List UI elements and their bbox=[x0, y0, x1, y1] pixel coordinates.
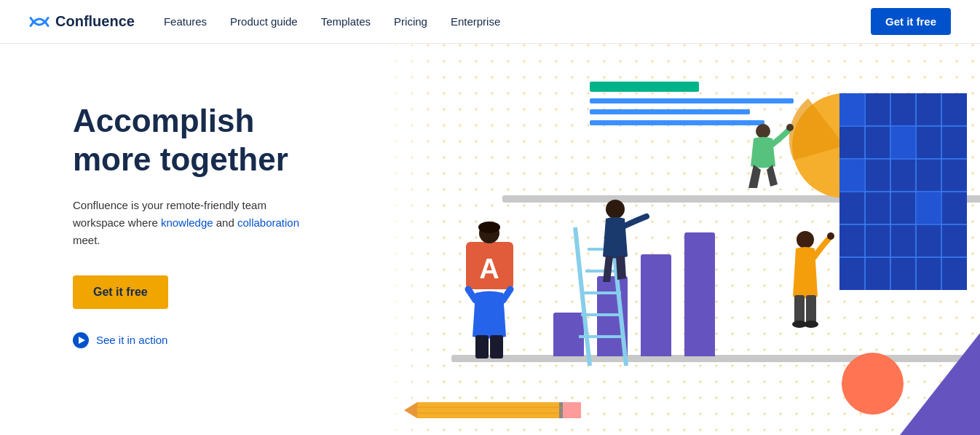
svg-rect-32 bbox=[916, 192, 941, 224]
see-action-label: See it in action bbox=[96, 334, 167, 346]
svg-point-3 bbox=[756, 124, 770, 138]
chart-line-1 bbox=[590, 98, 794, 103]
hero-illustration: A bbox=[379, 44, 980, 435]
svg-point-4 bbox=[786, 124, 794, 131]
svg-rect-30 bbox=[890, 126, 916, 159]
hero-link-knowledge[interactable]: knowledge bbox=[161, 216, 213, 229]
svg-rect-10 bbox=[490, 335, 503, 358]
svg-rect-9 bbox=[475, 335, 489, 358]
person-pie bbox=[735, 122, 794, 199]
svg-rect-35 bbox=[806, 295, 816, 324]
pencil bbox=[404, 396, 586, 424]
nav-links: Features Product guide Templates Pricing… bbox=[164, 15, 871, 28]
hero-content: Accomplish more together Confluence is y… bbox=[0, 44, 379, 435]
svg-point-18 bbox=[606, 200, 625, 219]
confluence-logo-icon bbox=[29, 12, 50, 32]
blue-grid-wall bbox=[839, 93, 967, 290]
svg-rect-34 bbox=[794, 295, 805, 324]
corner-circle bbox=[842, 353, 904, 415]
nav-templates[interactable]: Templates bbox=[321, 15, 371, 28]
svg-rect-42 bbox=[559, 402, 563, 418]
nav-enterprise[interactable]: Enterprise bbox=[451, 15, 500, 28]
nav-get-it-free-button[interactable]: Get it free bbox=[871, 8, 951, 35]
svg-text:A: A bbox=[479, 254, 499, 284]
svg-rect-29 bbox=[839, 93, 865, 126]
brand-name: Confluence bbox=[55, 13, 135, 30]
person-woman: A bbox=[448, 220, 528, 366]
hero-title: Accomplish more together bbox=[73, 102, 335, 179]
logo[interactable]: Confluence bbox=[29, 12, 135, 32]
nav-features[interactable]: Features bbox=[164, 15, 207, 28]
hero-section: Accomplish more together Confluence is y… bbox=[0, 44, 980, 435]
person-wall bbox=[780, 231, 838, 362]
svg-marker-40 bbox=[404, 402, 417, 418]
corner-triangle bbox=[900, 333, 980, 435]
play-icon bbox=[73, 332, 89, 348]
hero-get-it-free-button[interactable]: Get it free bbox=[73, 275, 168, 309]
chart-header-bar bbox=[590, 82, 699, 92]
svg-rect-41 bbox=[563, 402, 581, 418]
hero-subtitle-mid: and bbox=[213, 216, 237, 229]
navbar: Confluence Features Product guide Templa… bbox=[0, 0, 980, 44]
svg-rect-39 bbox=[417, 402, 563, 418]
hero-subtitle: Confluence is your remote-friendly team … bbox=[73, 197, 320, 249]
chart-line-2 bbox=[590, 109, 750, 114]
bar-4 bbox=[684, 232, 715, 356]
svg-point-37 bbox=[804, 321, 818, 328]
nav-pricing[interactable]: Pricing bbox=[394, 15, 427, 28]
svg-point-8 bbox=[478, 222, 500, 233]
svg-rect-31 bbox=[839, 159, 865, 192]
hero-link-collaboration[interactable]: collaboration bbox=[237, 216, 299, 229]
hero-subtitle-end: meet. bbox=[73, 234, 100, 246]
nav-product-guide[interactable]: Product guide bbox=[230, 15, 298, 28]
svg-point-33 bbox=[797, 231, 814, 248]
play-triangle bbox=[79, 337, 85, 344]
svg-point-38 bbox=[827, 232, 834, 240]
see-in-action-link[interactable]: See it in action bbox=[73, 332, 335, 348]
person-ladder bbox=[561, 184, 655, 366]
